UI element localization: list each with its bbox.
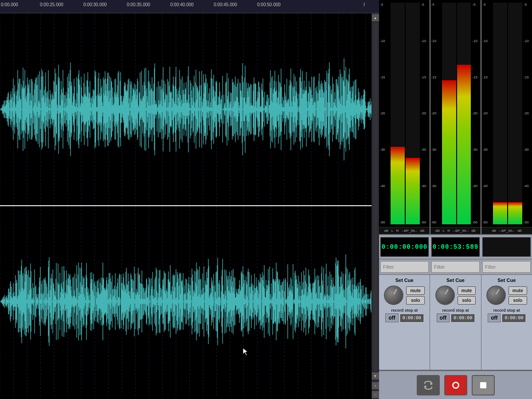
stop-time-3[interactable]: 0:00:00 (502, 314, 525, 322)
mute-button-1[interactable]: mute (406, 286, 425, 295)
filter-box-2 (431, 261, 480, 273)
record-stop-row-3: off 0:00:00 (483, 313, 530, 322)
time-display-2: 0:00:53:589 (431, 237, 480, 257)
ruler-label-2: 0:00:30.000 (83, 2, 107, 7)
transport-row (379, 370, 532, 399)
mute-button-2[interactable]: mute (458, 286, 476, 295)
off-label-1: off (385, 313, 398, 322)
vu-bar-r-wrapper-3 (508, 3, 522, 224)
vu-scale-labels-left-3: -5 -10 -15 -20 -30 -40 -60 (482, 2, 492, 225)
ruler-label-3: 0:00:35.000 (127, 2, 150, 7)
vu-meter-3: -5 -10 -15 -20 -30 -40 -60 (481, 0, 532, 234)
vu-scale-labels-left-1: -5 -10 -15 -20 -30 -40 -60 (380, 2, 390, 225)
set-cue-label-1: Set Cue (395, 278, 414, 283)
filter-input-2[interactable] (434, 264, 477, 270)
waveform-scrollbar[interactable]: ▲ ▼ + − (372, 13, 379, 399)
vu-bar-track-r-3 (508, 3, 522, 224)
off-label-2: off (437, 313, 450, 322)
record-button[interactable] (444, 375, 467, 395)
off-label-3: off (488, 313, 501, 322)
waveform-top (0, 13, 379, 206)
filter-box-3 (482, 261, 531, 273)
vu-meter-2: -5 -10 -15 -20 -30 -40 -60 (430, 0, 482, 234)
time-display-row: 0:00:00:000 0:00:53:589 (379, 235, 532, 259)
vu-footer-3: dB --BP_96-- dB (481, 227, 532, 234)
filter-input-3[interactable] (485, 264, 528, 270)
svg-point-4 (454, 383, 458, 387)
scroll-minus-button[interactable]: − (372, 391, 379, 398)
time-display-1: 0:00:00:000 (380, 237, 429, 257)
time-display-text-1: 0:00:00:000 (382, 243, 427, 250)
mute-solo-3: mute solo (509, 286, 527, 305)
vu-bar-l-2 (442, 80, 456, 224)
vu-bar-r-3 (508, 202, 522, 224)
knob-and-buttons-1: mute solo (384, 286, 425, 305)
ruler-label-1: 0:00:25.000 (40, 2, 63, 7)
channel-knob-1[interactable] (384, 286, 403, 305)
filter-row (379, 259, 532, 275)
time-display-3 (482, 237, 531, 257)
set-cue-label-2: Set Cue (446, 278, 465, 283)
record-stop-row-2: off 0:00:00 (432, 313, 479, 322)
record-stop-label-1: record stop at (391, 308, 418, 313)
ruler-label-4: 0:00:40.000 (170, 2, 194, 7)
stop-button[interactable] (472, 375, 495, 395)
vu-scale-labels-left-2: -5 -10 -15 -20 -30 -40 -60 (431, 2, 441, 225)
vu-bar-l-wrapper-3 (493, 3, 507, 224)
channel-strip-2: Set Cue mute solo record stop at off 0:0… (430, 275, 481, 370)
solo-button-2[interactable]: solo (458, 296, 476, 305)
vu-scale-labels-right-1: -5 -10 -15 -20 -30 -40 -60 (421, 2, 429, 225)
vu-footer-1: dB L R --BP_96-- dB (379, 227, 430, 234)
svg-rect-5 (480, 382, 486, 388)
scroll-plus-button[interactable]: + (372, 382, 379, 389)
scroll-track (373, 23, 378, 371)
record-stop-label-2: record stop at (442, 308, 469, 313)
solo-button-3[interactable]: solo (509, 296, 527, 305)
stop-time-2[interactable]: 0:00:00 (451, 314, 474, 322)
mute-solo-2: mute solo (458, 286, 476, 305)
ruler-label-0: 0:00.000 (1, 2, 18, 7)
vu-scale-labels-right-2: -5 -10 -15 -20 -30 -40 -60 (472, 2, 480, 225)
vu-footer-2: dB L R --BP_96-- dB (430, 227, 481, 234)
scroll-down-button[interactable]: ▼ (372, 372, 379, 379)
vu-bars-2 (441, 2, 472, 225)
vu-bar-l-wrapper-1 (391, 3, 405, 224)
vu-bar-track-l-3 (493, 3, 507, 224)
vu-scale-labels-right-3: -5 -10 -15 -20 -30 -40 -60 (523, 2, 531, 225)
timeline-ruler: 0:00.000 0:00:25.000 0:00:30.000 0:00:35… (0, 0, 379, 13)
controls-panel: -5 -10 -15 -20 -30 -40 -60 (379, 0, 532, 399)
knob-and-buttons-2: mute solo (435, 286, 476, 305)
vu-bar-track-l-2 (442, 3, 456, 224)
vu-bar-l-3 (493, 202, 507, 224)
set-cue-label-3: Set Cue (497, 278, 516, 283)
vu-bars-3 (492, 2, 523, 225)
filter-box-1 (380, 261, 429, 273)
waveform-canvas-top (0, 13, 379, 205)
channel-strip-3: Set Cue mute solo record stop at off 0:0… (481, 275, 532, 370)
ruler-marker-i: I (364, 2, 365, 7)
stop-time-1[interactable]: 0:00:00 (400, 314, 423, 322)
ruler-label-6: 0:00:50.000 (257, 2, 281, 7)
ruler-label-5: 0:00:45.000 (214, 2, 237, 7)
solo-button-1[interactable]: solo (406, 296, 425, 305)
vu-meter-1: -5 -10 -15 -20 -30 -40 -60 (379, 0, 430, 234)
loop-button[interactable] (417, 375, 440, 395)
channel-controls-row: Set Cue mute solo record stop at off 0:0… (379, 275, 532, 370)
time-display-text-2: 0:00:53:589 (433, 243, 478, 250)
vu-bar-track-l-1 (391, 3, 405, 224)
vu-scale-2: -5 -10 -15 -20 -30 -40 -60 (430, 0, 481, 227)
vu-scale-1: -5 -10 -15 -20 -30 -40 -60 (379, 0, 430, 227)
scroll-up-button[interactable]: ▲ (372, 14, 379, 21)
waveform-panel: 0:00.000 0:00:25.000 0:00:30.000 0:00:35… (0, 0, 379, 399)
vu-bar-r-2 (457, 65, 471, 224)
mute-button-3[interactable]: mute (509, 286, 527, 295)
filter-input-1[interactable] (383, 264, 426, 270)
vu-bars-1 (390, 2, 421, 225)
channel-knob-3[interactable] (486, 286, 506, 305)
waveform-bottom (0, 206, 379, 397)
channel-knob-2[interactable] (435, 286, 455, 305)
mute-solo-1: mute solo (406, 286, 425, 305)
waveform-canvas-bottom (0, 206, 379, 397)
channel-strip-1: Set Cue mute solo record stop at off 0:0… (379, 275, 430, 370)
vu-bar-r-1 (406, 158, 420, 224)
